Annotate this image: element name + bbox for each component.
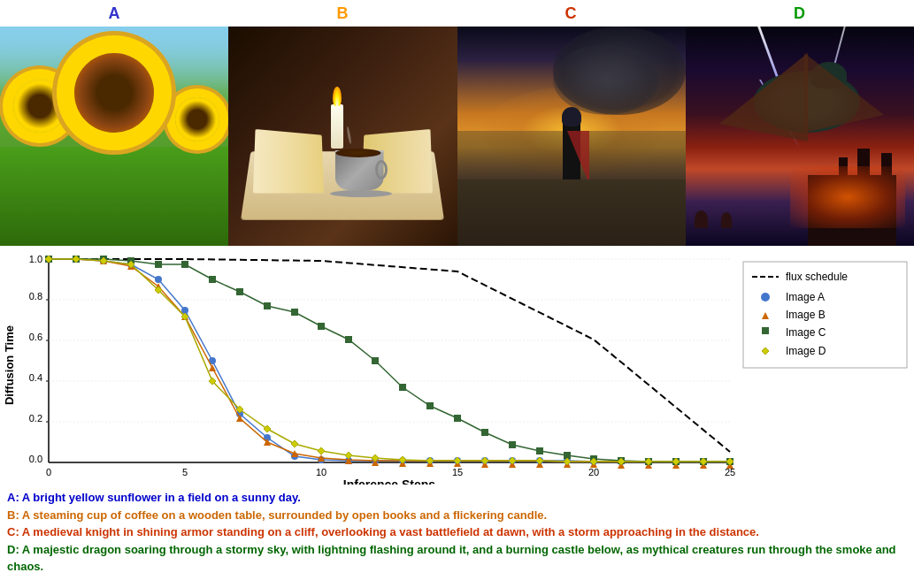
- svg-rect-93: [536, 447, 543, 454]
- svg-text:5: 5: [182, 467, 188, 477]
- svg-text:flux schedule: flux schedule: [786, 271, 848, 283]
- svg-text:Image A: Image A: [786, 291, 825, 303]
- svg-rect-92: [509, 441, 516, 448]
- desc-c: C: A medieval knight in shining armor st…: [7, 525, 759, 538]
- svg-point-130: [761, 293, 770, 302]
- svg-rect-80: [181, 261, 188, 268]
- line-image-c: [49, 259, 730, 462]
- svg-text:0.4: 0.4: [29, 372, 42, 383]
- svg-rect-134: [762, 327, 769, 334]
- desc-d: D: A majestic dragon soaring through a s…: [7, 543, 896, 574]
- svg-rect-83: [264, 302, 271, 309]
- line-image-b: [49, 259, 730, 462]
- svg-text:0: 0: [46, 467, 51, 477]
- image-a: [0, 27, 228, 246]
- svg-rect-90: [454, 415, 461, 422]
- image-labels-row: A B C D: [0, 0, 914, 27]
- chart-area: Diffusion Time 1.0 0.8 0.6 0.4 0.2 0.0 0…: [0, 246, 914, 485]
- label-a: A: [0, 4, 228, 23]
- line-image-a: [49, 259, 730, 462]
- label-b: B: [228, 4, 457, 23]
- y-axis-label: Diffusion Time: [3, 325, 16, 405]
- image-c: [457, 27, 686, 246]
- svg-marker-111: [318, 447, 325, 454]
- svg-rect-85: [318, 323, 325, 330]
- svg-rect-87: [372, 357, 379, 364]
- desc-b: B: A steaming cup of coffee on a wooden …: [7, 508, 547, 522]
- svg-text:Image D: Image D: [786, 345, 826, 357]
- label-d: D: [685, 4, 914, 23]
- svg-text:0.0: 0.0: [29, 454, 42, 464]
- svg-rect-89: [426, 402, 434, 409]
- svg-text:0.6: 0.6: [29, 332, 42, 342]
- svg-text:1.0: 1.0: [29, 254, 42, 264]
- svg-text:Image B: Image B: [786, 309, 826, 321]
- desc-a: A: A bright yellow sunflower in a field …: [7, 491, 301, 504]
- flux-schedule-line: [49, 259, 730, 452]
- svg-text:15: 15: [452, 467, 463, 477]
- image-d: [686, 27, 914, 246]
- svg-text:0.8: 0.8: [29, 291, 42, 302]
- images-row: [0, 27, 914, 246]
- svg-rect-91: [481, 429, 488, 436]
- svg-rect-79: [155, 261, 162, 268]
- svg-marker-110: [291, 440, 298, 447]
- svg-marker-112: [345, 452, 352, 459]
- svg-rect-88: [399, 384, 406, 391]
- svg-point-27: [155, 276, 162, 283]
- svg-text:10: 10: [316, 467, 326, 477]
- label-c: C: [457, 4, 685, 23]
- svg-text:20: 20: [588, 467, 599, 477]
- x-axis-label: Inference Steps: [343, 477, 435, 485]
- svg-text:Image C: Image C: [786, 326, 826, 339]
- svg-rect-86: [345, 336, 352, 343]
- descriptions: A: A bright yellow sunflower in a field …: [0, 485, 914, 580]
- line-image-d: [49, 259, 730, 462]
- svg-rect-84: [291, 309, 298, 316]
- svg-rect-82: [236, 288, 243, 295]
- svg-rect-81: [209, 276, 216, 283]
- image-b: [228, 27, 457, 246]
- svg-text:0.2: 0.2: [29, 413, 42, 424]
